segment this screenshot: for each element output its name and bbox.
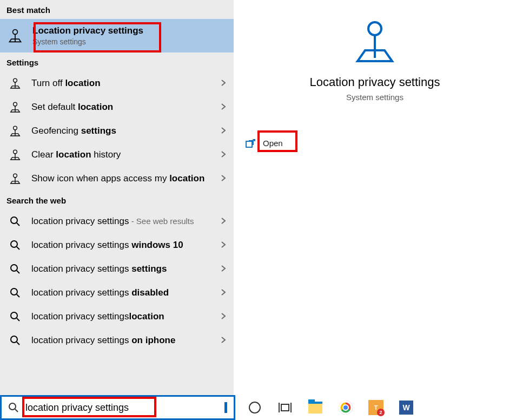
settings-item[interactable]: Clear location history xyxy=(0,143,234,167)
taskbar: T2 W xyxy=(235,395,516,420)
chevron-right-icon xyxy=(221,312,226,321)
settings-item[interactable]: Turn off location xyxy=(0,71,234,95)
location-icon xyxy=(9,124,22,137)
svg-line-13 xyxy=(17,223,19,226)
chevron-right-icon xyxy=(221,79,226,88)
chevron-right-icon xyxy=(221,265,226,274)
svg-line-19 xyxy=(17,294,19,297)
chevron-right-icon xyxy=(221,103,226,112)
svg-line-15 xyxy=(17,247,19,250)
chevron-right-icon xyxy=(221,336,226,345)
search-results-panel: Best match Location privacy settings Sys… xyxy=(0,0,234,395)
search-icon xyxy=(9,310,22,323)
chrome-icon[interactable] xyxy=(338,400,353,415)
location-icon xyxy=(9,101,22,114)
svg-point-2 xyxy=(14,78,17,82)
web-result-item[interactable]: location privacy settings disabled xyxy=(0,281,234,305)
section-header-settings: Settings xyxy=(0,52,234,71)
settings-item[interactable]: Show icon when apps access my location xyxy=(0,167,234,191)
svg-point-0 xyxy=(13,30,18,35)
svg-point-29 xyxy=(249,402,260,413)
svg-point-18 xyxy=(11,288,17,295)
web-result-item[interactable]: location privacy settings - See web resu… xyxy=(0,209,234,233)
detail-subtitle: System settings xyxy=(346,93,403,102)
location-icon-large xyxy=(353,19,396,65)
search-input[interactable] xyxy=(25,402,221,414)
svg-point-27 xyxy=(9,403,16,410)
search-icon xyxy=(9,215,22,228)
settings-item-label: Clear location history xyxy=(31,149,211,161)
best-match-result[interactable]: Location privacy settings System setting… xyxy=(0,19,234,52)
best-match-subtitle: System settings xyxy=(32,37,227,46)
chevron-right-icon xyxy=(221,127,226,136)
settings-item[interactable]: Geofencing settings xyxy=(0,119,234,143)
chevron-right-icon xyxy=(221,288,226,298)
web-item-label: location privacy settings - See web resu… xyxy=(31,215,211,228)
svg-line-28 xyxy=(15,409,18,412)
web-results-list: location privacy settings - See web resu… xyxy=(0,209,234,352)
svg-point-6 xyxy=(14,126,17,130)
svg-rect-26 xyxy=(246,141,252,147)
task-view-icon[interactable] xyxy=(277,400,293,415)
search-icon xyxy=(9,239,22,252)
web-item-label: location privacy settings windows 10 xyxy=(31,239,211,252)
svg-line-21 xyxy=(17,318,19,321)
web-item-label: location privacy settings disabled xyxy=(31,287,211,299)
search-icon xyxy=(9,334,22,347)
web-item-label: location privacy settingslocation xyxy=(31,311,211,323)
text-cursor xyxy=(224,402,227,413)
settings-item-label: Show icon when apps access my location xyxy=(31,173,211,185)
web-result-item[interactable]: location privacy settingslocation xyxy=(0,305,234,329)
web-result-item[interactable]: location privacy settings on iphone xyxy=(0,329,234,352)
word-icon[interactable]: W xyxy=(399,400,414,415)
open-action[interactable]: Open xyxy=(243,134,285,152)
section-header-web: Search the web xyxy=(0,191,234,209)
detail-panel: Location privacy settings System setting… xyxy=(234,0,516,395)
svg-point-14 xyxy=(11,241,17,247)
web-result-item[interactable]: location privacy settings settings xyxy=(0,257,234,281)
best-match-title: Location privacy settings xyxy=(32,25,227,36)
open-label: Open xyxy=(263,139,283,148)
web-result-item[interactable]: location privacy settings windows 10 xyxy=(0,233,234,257)
svg-point-10 xyxy=(14,174,17,178)
chevron-right-icon xyxy=(221,150,226,160)
teams-badge-count: 2 xyxy=(377,409,385,416)
location-icon xyxy=(9,172,22,185)
section-header-best-match: Best match xyxy=(0,0,234,19)
search-icon xyxy=(9,262,22,275)
chevron-right-icon xyxy=(221,217,226,226)
search-bar[interactable] xyxy=(0,395,235,420)
teams-icon[interactable]: T2 xyxy=(368,400,383,415)
svg-point-22 xyxy=(11,336,17,343)
settings-item-label: Turn off location xyxy=(31,77,211,90)
settings-item[interactable]: Set default location xyxy=(0,95,234,119)
web-item-label: location privacy settings settings xyxy=(31,263,211,275)
cortana-icon[interactable] xyxy=(247,400,262,415)
svg-point-12 xyxy=(11,217,17,224)
search-icon xyxy=(9,286,22,299)
location-icon xyxy=(9,77,22,90)
chevron-right-icon xyxy=(221,241,226,250)
settings-item-label: Set default location xyxy=(31,101,211,114)
search-icon xyxy=(8,402,19,413)
file-explorer-icon[interactable] xyxy=(308,400,323,415)
web-item-label: location privacy settings on iphone xyxy=(31,334,211,347)
detail-title: Location privacy settings xyxy=(310,75,440,89)
svg-point-8 xyxy=(14,150,17,154)
location-icon xyxy=(8,28,23,44)
svg-line-17 xyxy=(17,271,19,273)
svg-point-16 xyxy=(11,265,17,271)
chevron-right-icon xyxy=(221,174,226,183)
settings-item-label: Geofencing settings xyxy=(31,125,211,137)
svg-point-24 xyxy=(368,22,381,35)
svg-point-4 xyxy=(14,102,17,106)
open-external-icon xyxy=(246,139,255,148)
svg-point-20 xyxy=(11,312,17,319)
svg-line-23 xyxy=(17,342,19,345)
location-icon xyxy=(9,148,22,161)
svg-rect-32 xyxy=(281,404,289,411)
settings-list: Turn off locationSet default locationGeo… xyxy=(0,71,234,191)
